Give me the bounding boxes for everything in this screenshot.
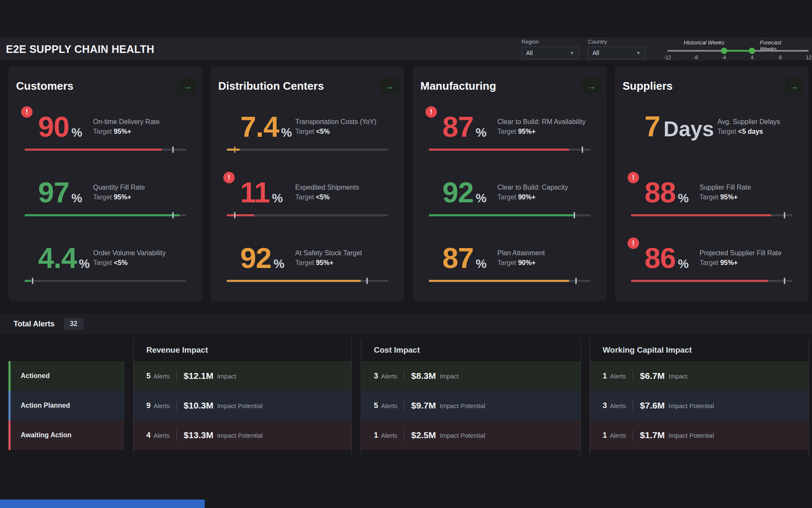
- cell-cost-awaiting-action: 1 Alerts $2.5M Impact Potential: [361, 420, 581, 450]
- arrow-right-icon: →: [790, 82, 798, 91]
- total-alerts-bar: Total Alerts 32: [0, 314, 812, 334]
- cell-revenue-action-planned: 9 Alerts $10.3M Impact Potential: [133, 391, 352, 420]
- region-filter-label: Region: [521, 39, 579, 45]
- weeks-slider-selected-range: [724, 50, 752, 52]
- total-alerts-label: Total Alerts: [14, 320, 55, 329]
- impact-label: Impact: [440, 373, 459, 380]
- tick-label: 4: [751, 55, 754, 61]
- arrow-right-icon: →: [183, 82, 192, 91]
- panel-footer: [133, 450, 352, 457]
- kpi-progress-bar: [227, 280, 388, 282]
- divider: [404, 400, 404, 411]
- top-bar: E2E SUPPLY CHAIN HEALTH Region All ▼ Cou…: [0, 37, 812, 61]
- chevron-down-icon: ▼: [570, 50, 574, 55]
- weeks-slider-ticks: -12 -8 -4 4 8 12: [667, 55, 809, 61]
- kpi-progress-bar: [25, 214, 186, 216]
- row-label-actioned[interactable]: Actioned: [8, 361, 124, 391]
- kpi-label: Order Volume Variability: [93, 249, 165, 257]
- target-tick: [173, 212, 174, 218]
- alerts-label: Alerts: [154, 402, 170, 409]
- kpi-value: 11: [240, 178, 270, 207]
- tick-label: 12: [806, 55, 811, 61]
- kpi-value: 92: [442, 178, 474, 207]
- table-corner-spacer: [8, 339, 124, 361]
- alert-count: 4: [146, 431, 151, 440]
- divider: [176, 430, 177, 440]
- country-select[interactable]: All ▼: [588, 47, 645, 59]
- alert-icon: [628, 172, 639, 183]
- bar-fill: [429, 149, 569, 151]
- kpi-projected-supplier-fill-rate: 86 % Projected Supplier Fill Rate Target…: [615, 240, 809, 282]
- cell-cost-action-planned: 5 Alerts $9.7M Impact Potential: [361, 391, 581, 420]
- kpi-target: Target 95%+: [700, 259, 782, 267]
- row-label-awaiting-action[interactable]: Awaiting Action: [8, 420, 124, 450]
- kpi-value: 7.4: [240, 112, 279, 141]
- alerts-label: Alerts: [610, 402, 626, 409]
- card-drillthrough-button[interactable]: →: [784, 78, 804, 94]
- row-label-action-planned[interactable]: Action Planned: [8, 391, 124, 420]
- impact-label: Impact: [217, 373, 236, 380]
- alerts-label: Alerts: [610, 373, 626, 380]
- column-header-working-capital-impact: Working Capital Impact: [590, 339, 809, 361]
- kpi-progress-bar: [227, 149, 388, 151]
- divider: [633, 371, 633, 381]
- bar-fill: [25, 280, 31, 282]
- kpi-progress-bar: [631, 214, 793, 216]
- bar-fill: [227, 280, 361, 282]
- target-tick: [573, 212, 575, 218]
- divider: [176, 400, 177, 411]
- country-filter: Country All ▼: [588, 39, 645, 59]
- kpi-unit: %: [476, 257, 487, 271]
- kpi-label: At Safety Stock Target: [295, 249, 362, 257]
- divider: [404, 430, 404, 440]
- kpi-label: On-time Delivery Rate: [93, 118, 159, 126]
- tick-label: 8: [779, 55, 782, 61]
- alert-count: 9: [146, 401, 151, 410]
- card-drillthrough-button[interactable]: →: [380, 78, 399, 94]
- alert-count: 3: [603, 401, 607, 410]
- impact-amount: $8.3M: [411, 371, 436, 381]
- target-tick: [582, 146, 583, 153]
- panel-footer: [590, 450, 809, 457]
- cell-cost-actioned: 3 Alerts $8.3M Impact: [361, 361, 581, 391]
- impact-amount: $1.7M: [640, 430, 664, 440]
- kpi-label: Expedited Shipments: [295, 184, 359, 191]
- region-select[interactable]: All ▼: [521, 47, 579, 59]
- kpi-progress-bar: [429, 280, 590, 282]
- impact-amount: $9.7M: [411, 400, 436, 411]
- kpi-quantity-fill-rate: 97 % Quantity Fill Rate Target 95%+: [8, 174, 202, 216]
- target-tick: [784, 212, 785, 218]
- card-title: Customers: [16, 80, 74, 93]
- kpi-value: 87: [442, 112, 474, 141]
- column-header-cost-impact: Cost Impact: [361, 339, 581, 361]
- country-select-value: All: [593, 50, 599, 56]
- kpi-expedited-shipments: 11 % Expedited Shipments Target <5%: [211, 174, 404, 216]
- kpi-plan-attainment: 87 % Plan Attainment Target 90%+: [413, 240, 606, 282]
- kpi-unit: %: [678, 191, 689, 205]
- slider-handle-end[interactable]: [749, 48, 755, 54]
- alerts-label: Alerts: [610, 432, 626, 439]
- kpi-target: Target 95%+: [93, 128, 159, 135]
- kpi-unit: %: [476, 126, 487, 140]
- slider-handle-start[interactable]: [721, 48, 727, 54]
- impact-amount: $10.3M: [184, 400, 213, 411]
- card-title: Distribution Centers: [218, 80, 324, 93]
- bar-fill: [429, 280, 569, 282]
- weeks-slider-track[interactable]: [667, 50, 809, 52]
- card-drillthrough-button[interactable]: →: [178, 78, 197, 94]
- bar-fill: [631, 214, 771, 216]
- alert-count: 3: [374, 372, 378, 381]
- card-manufacturing: Manufacturing → 87 % Clear to Build: RM …: [413, 66, 606, 301]
- kpi-ctb-capacity: 92 % Clear to Build: Capacity Target 90%…: [413, 174, 606, 216]
- table-footer-spacer: [8, 450, 124, 457]
- alert-count: 1: [374, 431, 378, 440]
- impact-amount: $7.6M: [640, 400, 664, 411]
- arrow-right-icon: →: [587, 82, 596, 91]
- impact-amount: $13.3M: [184, 430, 213, 440]
- page-title: E2E SUPPLY CHAIN HEALTH: [6, 43, 154, 55]
- card-drillthrough-button[interactable]: →: [582, 78, 601, 94]
- bar-fill: [227, 149, 240, 151]
- bar-fill: [429, 214, 574, 216]
- alerts-label: Alerts: [381, 373, 397, 380]
- kpi-progress-bar: [25, 149, 186, 151]
